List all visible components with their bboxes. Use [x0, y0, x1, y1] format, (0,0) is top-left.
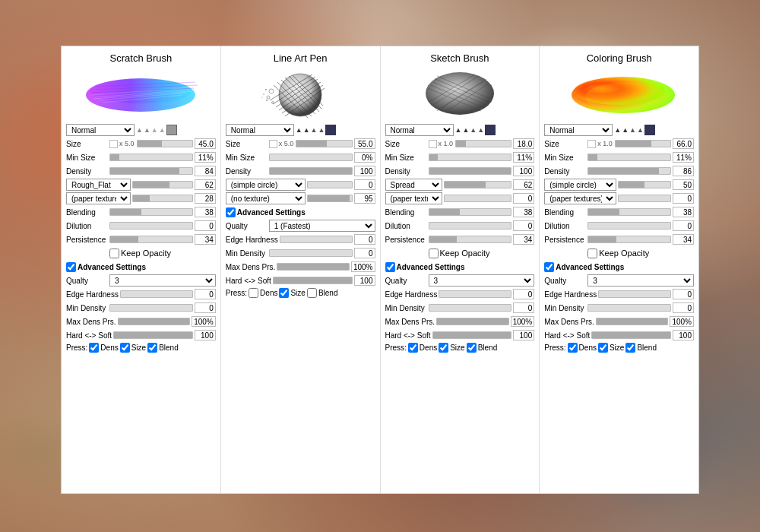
lineart-edgehardness-slider[interactable] — [280, 236, 353, 243]
lineart-qualty-select[interactable]: 1 (Fastest) — [269, 220, 375, 232]
sketch-texture-select[interactable]: (paper textures) — [385, 192, 442, 204]
lineart-brushtype-select[interactable]: (simple circle) — [226, 179, 306, 191]
lineart-maxdens-label: Max Dens Prs. — [226, 263, 276, 271]
scratch-brushtype-select[interactable]: Rough_Flat — [66, 179, 131, 191]
coloring-texture-slider[interactable] — [618, 195, 671, 202]
sketch-edgehardness-label: Edge Hardness — [385, 290, 438, 299]
coloring-qualty-select[interactable]: 3 — [587, 274, 694, 287]
sketch-keepopacity-check[interactable] — [429, 249, 439, 258]
sketch-mindensity-slider[interactable] — [429, 304, 512, 312]
sketch-press-size-check[interactable] — [439, 343, 448, 353]
sketch-minsize-slider[interactable] — [429, 154, 512, 161]
sketch-density-slider[interactable] — [429, 167, 512, 175]
lineart-texture-slider[interactable] — [307, 195, 353, 202]
coloring-advsettings-check[interactable] — [544, 262, 554, 272]
coloring-density-slider[interactable] — [587, 167, 671, 175]
coloring-keepopacity-check[interactable] — [587, 249, 597, 258]
sketch-advsettings-check[interactable] — [385, 262, 395, 272]
sketch-dilution-slider[interactable] — [429, 222, 512, 230]
lineart-mindensity-slider[interactable] — [269, 249, 353, 257]
coloring-persistence-slider[interactable] — [587, 236, 671, 243]
sketch-edgehardness-slider[interactable] — [439, 290, 511, 298]
lineart-minsize-slider[interactable] — [269, 154, 353, 161]
sketch-brushtype-select[interactable]: Spread — [385, 179, 442, 191]
coloring-edgehardness-slider[interactable] — [598, 290, 671, 298]
coloring-maxdens-slider[interactable] — [596, 318, 669, 325]
coloring-blending-slider[interactable] — [587, 208, 671, 216]
coloring-brushtype-select[interactable]: (simple circle) — [544, 179, 616, 191]
lineart-press-blend-check[interactable] — [307, 288, 317, 298]
scratch-keepopacity-check[interactable] — [109, 249, 119, 258]
scratch-maxdens-slider[interactable] — [118, 318, 191, 325]
scratch-dilution-value: 0 — [195, 220, 216, 231]
scratch-hardsoft-slider[interactable] — [113, 331, 193, 339]
sketch-brushtype-slider[interactable] — [444, 181, 512, 188]
lineart-texture-value: 95 — [354, 193, 375, 204]
scratch-persistence-slider[interactable] — [109, 236, 193, 243]
sketch-size-lock[interactable] — [429, 140, 437, 148]
lineart-hardsoft-slider[interactable] — [273, 277, 353, 284]
coloring-mindensity-label: Min Density — [544, 304, 586, 312]
sketch-press-blend-check[interactable] — [467, 343, 477, 353]
sketch-blending-slider[interactable] — [429, 208, 512, 216]
coloring-minsize-label: Min Size — [544, 154, 586, 162]
lineart-brushtype-slider[interactable] — [307, 181, 353, 188]
sketch-dilution-row: Dilution 0 — [385, 220, 535, 232]
scratch-mode-select[interactable]: Normal — [66, 124, 135, 136]
coloring-size-lock[interactable] — [587, 140, 596, 148]
coloring-brushtype-slider[interactable] — [618, 181, 671, 188]
coloring-mindensity-slider[interactable] — [587, 304, 671, 312]
sketch-persistence-slider[interactable] — [429, 236, 512, 243]
coloring-texture-select[interactable]: (paper textures) — [544, 192, 616, 204]
lineart-size-lock[interactable] — [269, 140, 277, 148]
coloring-mode-select[interactable]: Normal — [544, 124, 613, 136]
sketch-size-slider[interactable] — [455, 140, 511, 147]
scratch-blending-slider[interactable] — [109, 208, 193, 216]
lineart-size-slider[interactable] — [296, 140, 352, 147]
sketch-press-dens-check[interactable] — [408, 343, 418, 353]
coloring-blending-row: Blending 38 — [544, 206, 694, 218]
scratch-minsize-slider[interactable] — [109, 154, 193, 161]
scratch-press-blend-check[interactable] — [147, 343, 157, 353]
scratch-press-dens-label: Dens — [100, 344, 118, 352]
coloring-qualty-row: Qualty 3 — [544, 274, 694, 287]
scratch-texture-select[interactable]: (paper textures) — [66, 192, 131, 204]
scratch-edgehardness-slider[interactable] — [120, 290, 193, 298]
lineart-press-dens-check[interactable] — [249, 288, 258, 298]
sketch-maxdens-slider[interactable] — [436, 318, 509, 325]
coloring-size-slider[interactable] — [615, 140, 671, 147]
sketch-mode-select[interactable]: Normal — [385, 124, 454, 136]
sketch-brush-preview — [385, 68, 535, 118]
scratch-mindensity-slider[interactable] — [109, 304, 193, 312]
scratch-size-slider[interactable] — [137, 140, 193, 147]
coloring-maxdens-label: Max Dens Prs. — [544, 318, 594, 326]
lineart-texture-select[interactable]: (no texture) — [226, 192, 306, 204]
lineart-maxdens-slider[interactable] — [277, 263, 350, 271]
lineart-density-slider[interactable] — [269, 167, 353, 175]
scratch-size-lock[interactable] — [109, 140, 118, 148]
lineart-press-size-check[interactable] — [279, 288, 289, 298]
coloring-press-dens-check[interactable] — [568, 343, 578, 353]
coloring-minsize-slider[interactable] — [587, 154, 671, 161]
scratch-press-size-check[interactable] — [120, 343, 130, 353]
lineart-mode-select[interactable]: Normal — [226, 124, 294, 136]
scratch-size-x: x 5.0 — [119, 140, 135, 147]
scratch-dilution-slider[interactable] — [109, 222, 193, 230]
lineart-advsettings-check[interactable] — [226, 207, 236, 217]
scratch-density-slider[interactable] — [109, 167, 193, 175]
scratch-advsettings-check[interactable] — [66, 262, 76, 272]
coloring-press-blend-check[interactable] — [625, 343, 635, 353]
sketch-qualty-select[interactable]: 3 — [429, 274, 535, 287]
sketch-hardsoft-value: 100 — [513, 330, 534, 340]
scratch-brushtype-slider[interactable] — [132, 181, 193, 188]
sketch-hardsoft-slider[interactable] — [432, 331, 512, 339]
scratch-texture-slider[interactable] — [132, 195, 193, 202]
scratch-mindensity-row: Min Density 0 — [66, 302, 216, 314]
coloring-press-size-check[interactable] — [598, 343, 608, 353]
coloring-dilution-slider[interactable] — [587, 222, 671, 230]
sketch-texture-slider[interactable] — [444, 195, 512, 202]
scratch-qualty-select[interactable]: 3 — [109, 274, 216, 287]
sketch-density-value: 100 — [513, 166, 534, 176]
coloring-hardsoft-slider[interactable] — [591, 331, 671, 339]
scratch-press-dens-check[interactable] — [89, 343, 99, 353]
